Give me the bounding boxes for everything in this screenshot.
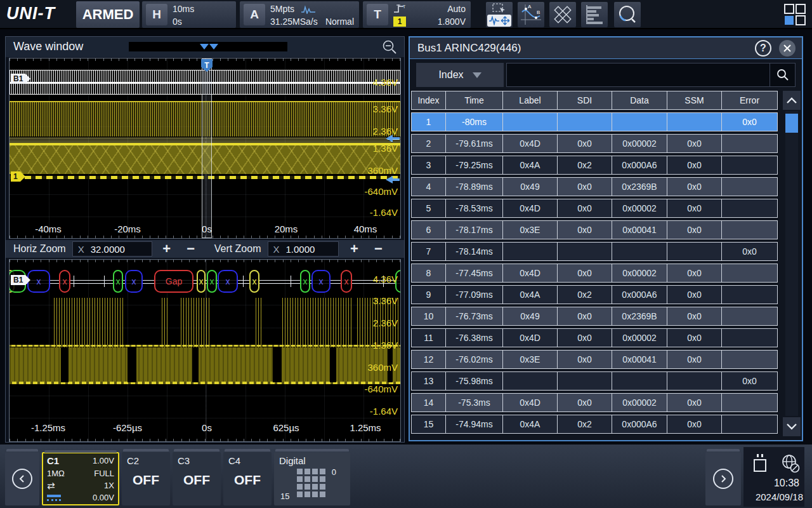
cursor-pan-tool-group — [486, 2, 513, 27]
zoom-window-selection[interactable] — [202, 58, 212, 238]
acquire-menu-button[interactable]: A — [244, 4, 265, 25]
channel1-card[interactable]: C1 1.00V 1MΩ FULL ⇄ 1X 0.00V — [42, 452, 119, 505]
scroll-position-markers[interactable] — [200, 44, 218, 50]
table-header-cell[interactable]: SSM — [667, 91, 722, 109]
channel1-impedance: 1MΩ — [47, 469, 65, 478]
token-label: x — [252, 276, 257, 286]
vert-zoom-decrease-button[interactable]: − — [369, 241, 388, 257]
ab-curve-tool[interactable]: AB — [518, 2, 544, 27]
select-region-icon[interactable] — [492, 3, 507, 13]
horiz-zoom-input[interactable]: X 32.0000 — [72, 241, 152, 257]
cell-time: -78.89ms — [446, 178, 503, 196]
overview-waveform-plot[interactable]: B1 1 T 4.36V3.36V2.36V1.36V360mV-640mV-1… — [9, 58, 401, 239]
scrollbar-track[interactable] — [785, 111, 798, 416]
cell-label: 0x3E — [503, 221, 558, 239]
table-row[interactable]: 5 -78.53ms 0x4D 0x0 0x00002 0x0 — [411, 199, 778, 218]
cell-error — [722, 199, 777, 217]
cell-data: 0x00002 — [612, 264, 667, 282]
table-row[interactable]: 4 -78.89ms 0x49 0x0 0x2369B 0x0 — [411, 177, 778, 196]
table-header-cell[interactable]: Label — [503, 91, 558, 109]
horizontal-settings-block[interactable]: H 10ms 0s — [142, 1, 236, 28]
table-row[interactable]: 8 -77.45ms 0x4D 0x0 0x00002 0x0 — [411, 264, 778, 283]
table-row[interactable]: 9 -77.09ms 0x4A 0x2 0x000A6 0x0 — [411, 285, 778, 304]
table-header-cell[interactable]: Time — [446, 91, 503, 109]
horiz-zoom-decrease-button[interactable]: − — [181, 241, 200, 257]
zoomed-waveform-plot[interactable]: xxxxxGapxxxxxxx B1 4.36V3.36V2.3 — [9, 259, 401, 442]
acquire-settings-block[interactable]: A 5Mpts 31.25MSa/s Normal — [240, 1, 359, 28]
cell-error: 0x0 — [722, 113, 777, 131]
cell-time: -78.53ms — [446, 199, 503, 217]
bus-frame-tick — [104, 276, 105, 287]
cell-time: -80ms — [446, 113, 503, 131]
table-row[interactable]: 2 -79.61ms 0x4D 0x0 0x00002 0x0 — [411, 134, 778, 153]
bus1-tag[interactable]: B1 — [11, 275, 25, 285]
horiz-zoom-increase-button[interactable]: + — [157, 241, 176, 257]
vert-zoom-input[interactable]: X 1.0000 — [268, 241, 339, 257]
table-row[interactable]: 12 -76.02ms 0x3E 0x0 0x00041 0x0 — [411, 350, 778, 369]
channel1-offset: 0.00V — [93, 493, 114, 502]
token-label: x — [226, 276, 230, 286]
waveform-pan-tool-active[interactable] — [487, 15, 511, 27]
table-header-cell[interactable]: SDI — [558, 91, 612, 109]
wave-window-scrollbar[interactable] — [129, 42, 287, 51]
trigger-menu-button[interactable]: T — [367, 4, 388, 25]
digital-channels-card[interactable]: Digital 0 15 — [274, 452, 350, 505]
horizontal-menu-button[interactable]: H — [146, 4, 167, 25]
horiz-zoom-value: 32.0000 — [91, 244, 125, 255]
usb-icon — [751, 452, 769, 474]
envelope-gap — [128, 347, 136, 382]
scroll-up-button[interactable] — [783, 91, 801, 110]
measure-tool[interactable] — [549, 2, 576, 27]
cell-data: 0x000A6 — [612, 415, 667, 433]
table-row[interactable]: 13 -75.98ms 0x0 — [411, 371, 778, 391]
table-row[interactable]: 14 -75.3ms 0x4D 0x0 0x00002 0x0 — [411, 393, 778, 412]
table-row[interactable]: 15 -74.94ms 0x4A 0x2 0x000A6 0x0 — [411, 415, 778, 434]
token-label: x — [199, 276, 204, 286]
histogram-tool[interactable] — [581, 2, 608, 27]
cell-time: -79.61ms — [446, 135, 503, 152]
cell-data — [612, 243, 667, 260]
channel4-card[interactable]: C4 OFF — [223, 452, 272, 505]
window-layout-button[interactable] — [782, 2, 808, 27]
channel4-name: C4 — [228, 455, 240, 466]
voltage-scale-label: -1.64V — [370, 406, 398, 417]
table-row[interactable]: 1 -80ms 0x0 — [411, 112, 778, 131]
scroll-down-button[interactable] — [783, 417, 801, 436]
close-icon[interactable] — [779, 40, 796, 57]
vert-zoom-increase-button[interactable]: + — [345, 241, 364, 257]
chevron-right-icon — [719, 474, 728, 483]
zoom-out-icon[interactable] — [381, 39, 398, 55]
ground-level-arrow-icon[interactable] — [386, 176, 400, 184]
voltage-scale-label: -640mV — [364, 186, 398, 197]
token-label: x — [344, 276, 349, 286]
table-row[interactable]: 3 -79.25ms 0x4A 0x2 0x000A6 0x0 — [411, 156, 778, 175]
help-icon[interactable]: ? — [755, 40, 771, 57]
scroll-channels-left-button[interactable] — [5, 452, 39, 505]
channel1-tag[interactable]: 1 — [11, 171, 20, 182]
table-row[interactable]: 7 -78.14ms 0x0 — [411, 242, 778, 261]
cell-time: -78.14ms — [446, 243, 503, 260]
scroll-channels-right-button[interactable] — [705, 452, 741, 505]
scrollbar-thumb[interactable] — [785, 114, 798, 133]
table-row[interactable]: 6 -78.17ms 0x3E 0x0 0x00041 0x0 — [411, 220, 778, 239]
table-header-cell[interactable]: Error — [722, 91, 777, 109]
channel2-card[interactable]: C2 OFF — [122, 452, 170, 505]
table-row[interactable]: 10 -76.73ms 0x49 0x0 0x2369B 0x0 — [411, 307, 778, 326]
cell-ssm: 0x0 — [667, 156, 722, 174]
search-button[interactable] — [770, 63, 796, 87]
cell-sdi: 0x0 — [558, 264, 612, 282]
search-input[interactable] — [506, 63, 770, 87]
system-status-block: 10:38 2024/09/18 — [743, 447, 804, 507]
svg-text:T: T — [403, 4, 406, 9]
search-loop-tool[interactable] — [614, 2, 641, 27]
search-column-dropdown[interactable]: Index — [416, 63, 504, 87]
cell-ssm: 0x0 — [667, 394, 722, 411]
channel3-card[interactable]: C3 OFF — [173, 452, 221, 505]
bus1-tag[interactable]: B1 — [11, 74, 25, 84]
table-row[interactable]: 11 -76.38ms 0x4D 0x0 0x00002 0x0 — [411, 328, 778, 347]
trigger-settings-block[interactable]: T T 1 Auto 1.800V — [363, 1, 471, 28]
table-header-cell[interactable]: Data — [612, 91, 667, 109]
table-header-cell[interactable]: Index — [412, 91, 446, 109]
panel-title-bar: Bus1 ARINC429(446) ? — [410, 37, 802, 59]
channel1-bandwidth: FULL — [94, 469, 114, 478]
